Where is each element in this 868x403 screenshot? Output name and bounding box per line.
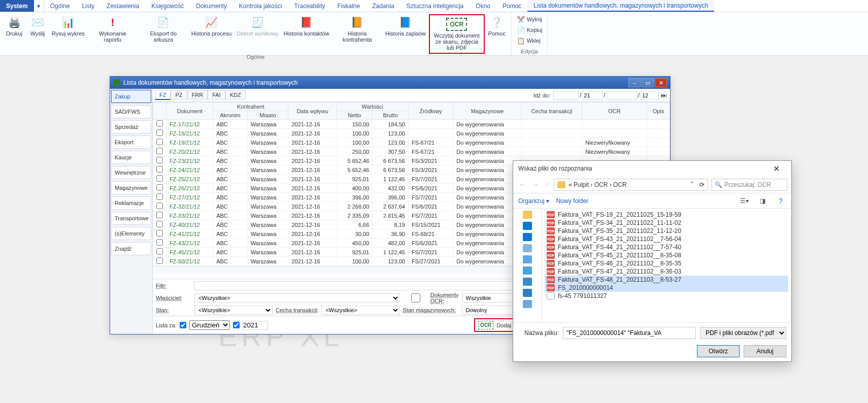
file-item[interactable]: PDFFaktura_VAT_FS-44_21_20211102__7-57-4… [545,243,788,251]
stan-select[interactable]: <Wszystkie> [194,306,273,315]
file-item[interactable]: PDFFaktura_VAT_FS-45_21_20211102__8-35-0… [545,251,788,259]
menu-item[interactable]: Pomoc [496,0,527,12]
sidebar-tab[interactable]: Wewnętrzne [111,166,151,179]
row-checkbox[interactable] [156,230,163,237]
export-sheet-button[interactable]: 📄Eksport do arkusza [139,14,188,54]
menu-item[interactable]: Sztuczna inteligencja [400,0,470,12]
col-dokument[interactable]: Dokument [166,103,213,120]
row-checkbox[interactable] [156,148,163,154]
file-list[interactable]: PDFFaktura_VAT_FS-19_21_20211025_15-19-5… [542,209,791,322]
path-dropdown-icon[interactable]: ˅ [690,181,693,188]
nav-up-icon[interactable]: ↑ [544,180,551,189]
desktop-icon[interactable] [523,300,532,308]
col-brutto[interactable]: Brutto [373,111,409,120]
doc-type-tab[interactable]: FAI [208,90,225,99]
chart-button[interactable]: 📊Rysuj wykres [50,14,87,54]
system-menu[interactable]: System [0,0,34,12]
col-akronim[interactable]: Akronim [213,111,247,120]
report-button[interactable]: !Wykonanie raportu [88,14,138,54]
row-checkbox[interactable] [156,175,163,182]
window-maximize[interactable]: ▭ [642,78,654,87]
menu-item[interactable]: Księgowość [145,0,190,12]
window-titlebar[interactable]: Lista dokumentów handlowych, magazynowyc… [110,77,670,89]
thispc-icon[interactable] [523,233,532,241]
col-data[interactable]: Data wpływu [288,103,337,120]
menu-item-active-document[interactable]: Lista dokumentów handlowych, magazynowyc… [527,0,714,12]
videos-icon[interactable] [523,278,532,286]
music-icon[interactable] [523,255,532,263]
file-item[interactable]: PDFFaktura_VAT_FS-48_21_20211103__8-53-2… [545,276,788,284]
menu-item[interactable]: Listy [76,0,101,12]
preview-pane-button[interactable]: ◨ [757,195,768,207]
year-input[interactable] [243,321,268,330]
sidebar-tab[interactable]: Eksport [111,136,151,149]
nav-tree[interactable] [513,209,542,322]
goto-page-c[interactable] [641,91,659,100]
search-field[interactable]: 🔍 Przeszukaj: OCR [711,179,787,191]
row-checkbox[interactable] [156,139,163,145]
organize-menu[interactable]: Organizuj ▾ [518,197,549,205]
month-checkbox[interactable] [180,322,186,328]
doc-type-tab[interactable]: FZ [155,90,171,100]
nav-forward-icon[interactable]: → [530,180,541,189]
new-folder-button[interactable]: Nowy folder [556,197,588,205]
paste-button[interactable]: 📋Wklej [515,36,545,46]
address-bar[interactable]: « Pulpit › OCR › OCR ˅ ⟳ [554,179,708,191]
sidebar-tab[interactable]: Znajdź [111,242,151,255]
cecha-select[interactable]: <Wszystkie> [321,306,399,315]
cut-button[interactable]: ✂️Wytnij [515,14,545,24]
row-checkbox[interactable] [156,239,163,246]
send-button[interactable]: ✉️Wyślij [26,14,49,54]
sidebar-tab[interactable]: Magazynowe [111,181,151,194]
row-checkbox[interactable] [156,212,163,218]
sidebar-tab[interactable]: SAD/FWS [111,105,151,118]
col-kontrahent[interactable]: Kontrahent [213,103,288,111]
file-item[interactable]: PDFFaktura_VAT_FS-47_21_20211102__8-36-0… [545,267,788,276]
system-dropdown-icon[interactable]: ▾ [34,0,44,12]
file-item[interactable]: PDFFaktura_VAT_FS-19_21_20211025_15-19-5… [545,211,788,219]
year-checkbox[interactable] [233,322,240,328]
sidebar-tab[interactable]: Sprzedaż [111,120,151,133]
table-row[interactable]: FZ-19/21/12ABCWarszawa2021-12-16100,0012… [153,138,670,147]
col-miasto[interactable]: Miasto [247,111,288,120]
history-entries-button[interactable]: 📘Historia zapisów [383,14,428,54]
row-checkbox[interactable] [156,203,163,209]
table-row[interactable]: FZ-20/21/12ABCWarszawa2021-12-16250,0030… [153,147,670,156]
copy-button[interactable]: 📄Kopiuj [515,25,545,35]
row-checkbox[interactable] [156,166,163,173]
sidebar-tab[interactable]: Kaucje [111,151,151,164]
ocr-load-button[interactable]: OCR Wczytaj dokument ze skanu, zdjęcia l… [432,16,482,52]
sidebar-tab[interactable]: Transportowe [111,212,151,225]
menu-item[interactable]: Zadania [366,0,400,12]
folder-icon[interactable] [523,211,532,219]
col-magazynowe[interactable]: Magazynowe [453,103,522,120]
menu-item[interactable]: Okno [470,0,496,12]
dialog-close[interactable]: ✕ [766,161,786,176]
cancel-button[interactable]: Anuluj [744,345,786,357]
col-opis[interactable]: Opis [647,103,670,120]
dialog-help-icon[interactable]: ? [775,195,786,207]
goto-page-b[interactable] [607,91,637,100]
sidebar-tab[interactable]: Reklamacje [111,196,151,210]
help-button[interactable]: ❔Pomoc [486,14,508,54]
history-contacts-button[interactable]: 📕Historia kontaktów [282,14,331,54]
file-item[interactable]: PDFFaktura_VAT_FS-46_21_20211102__8-35-3… [545,259,788,267]
onedrive-icon[interactable] [523,222,532,230]
open-button[interactable]: Otwórz [697,345,740,357]
refresh-icon[interactable]: ⟳ [699,181,705,188]
file-item[interactable]: PDFFaktura_VAT_FS-34_21_20211022_11-11-0… [545,219,788,227]
row-checkbox[interactable] [156,193,163,200]
menu-item[interactable]: Fiskalne [331,0,366,12]
owner-select[interactable]: <Wszystkie> [194,293,400,303]
month-select[interactable]: Grudzień [189,320,230,330]
doc-type-tab[interactable]: PZ [171,90,187,99]
col-netto[interactable]: Netto [337,111,373,120]
row-checkbox[interactable] [156,248,163,255]
col-wartosci[interactable]: Wartości [337,103,408,111]
doc-type-tab[interactable]: FRR [187,90,208,99]
documents-icon[interactable] [523,244,532,252]
file-item[interactable]: PDFFaktura_VAT_FS-43_21_20211102__7-56-0… [545,235,788,243]
doc-type-tab[interactable]: KDZ [225,90,246,99]
row-checkbox[interactable] [156,257,163,264]
row-checkbox[interactable] [156,157,163,163]
